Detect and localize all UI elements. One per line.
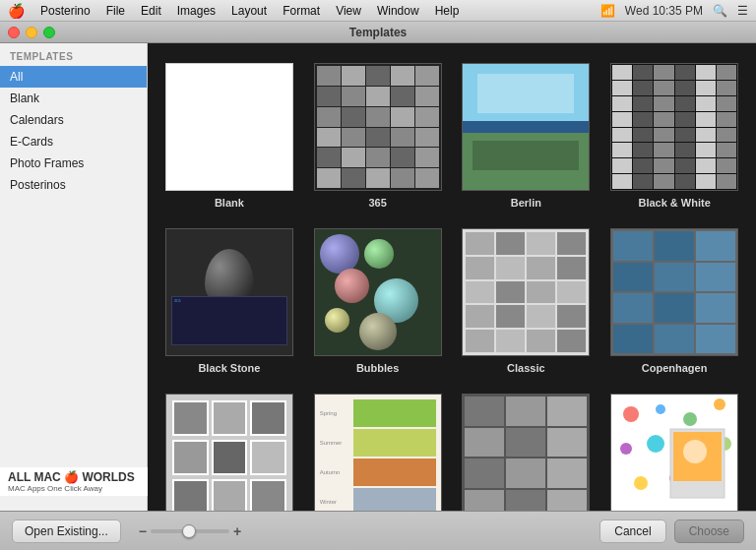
- window-titlebar: Templates: [0, 22, 756, 43]
- menu-format[interactable]: Format: [275, 2, 328, 20]
- sidebar-item-calendars[interactable]: Calendars: [0, 109, 147, 131]
- template-copenhagen[interactable]: Copenhagen: [607, 228, 741, 374]
- template-thumb-365: [314, 63, 442, 191]
- watermark: ALL MAC 🍎 WORLDS MAC Apps One Click Away: [0, 467, 148, 496]
- apple-menu[interactable]: 🍎: [8, 3, 25, 19]
- svg-point-2: [683, 412, 697, 426]
- svg-point-13: [683, 440, 707, 463]
- template-blank[interactable]: Blank: [162, 63, 296, 209]
- template-thumb-blackstone: 2015: [165, 228, 293, 356]
- window-title: Templates: [349, 26, 407, 39]
- svg-point-5: [647, 435, 664, 453]
- menu-edit[interactable]: Edit: [133, 2, 169, 20]
- template-thumb-colorful: [610, 394, 738, 511]
- template-label-bubbles: Bubbles: [356, 362, 399, 374]
- menu-file[interactable]: File: [98, 2, 133, 20]
- sidebar-item-ecards[interactable]: E-Cards: [0, 131, 147, 153]
- template-graycollage[interactable]: [460, 394, 594, 511]
- sidebar-item-blank[interactable]: Blank: [0, 88, 147, 109]
- template-365[interactable]: 365: [311, 63, 445, 209]
- menubar: 🍎 Posterino File Edit Images Layout Form…: [0, 0, 756, 22]
- templates-area[interactable]: Blank 365: [148, 43, 756, 511]
- template-colorful[interactable]: [607, 394, 741, 511]
- template-thumb-blank: [165, 63, 293, 191]
- template-thumb-classic: [462, 228, 590, 356]
- close-button[interactable]: [8, 27, 20, 38]
- template-thumb-graycollage: [462, 394, 590, 511]
- clock: Wed 10:35 PM: [625, 4, 703, 18]
- template-seasons[interactable]: Spring Summer Autumn: [311, 394, 445, 511]
- search-icon[interactable]: 🔍: [713, 4, 727, 18]
- template-thumb-seasons: Spring Summer Autumn: [314, 394, 442, 511]
- cancel-button[interactable]: Cancel: [599, 519, 665, 543]
- menu-images[interactable]: Images: [169, 2, 223, 20]
- svg-point-1: [656, 404, 665, 414]
- svg-point-0: [623, 406, 639, 422]
- sidebar-item-photoframes[interactable]: Photo Frames: [0, 153, 147, 174]
- template-thumb-bw: [610, 63, 738, 191]
- sidebar-item-all[interactable]: All: [0, 66, 147, 88]
- template-classic[interactable]: Classic: [460, 228, 594, 374]
- choose-button[interactable]: Choose: [674, 519, 744, 543]
- menu-posterino[interactable]: Posterino: [32, 2, 98, 20]
- minimize-button[interactable]: [26, 27, 37, 38]
- template-label-365: 365: [368, 197, 386, 209]
- size-slider-area: − +: [139, 523, 241, 539]
- svg-point-3: [714, 398, 725, 410]
- template-thumb-copenhagen: [610, 228, 738, 356]
- template-photoframes[interactable]: Photo Frames: [162, 394, 296, 511]
- sidebar: TEMPLATES All Blank Calendars E-Cards Ph…: [0, 43, 148, 511]
- template-label-bw: Black & White: [638, 197, 710, 209]
- wifi-icon: 📶: [600, 4, 615, 18]
- menu-layout[interactable]: Layout: [223, 2, 275, 20]
- slider-decrease[interactable]: −: [139, 523, 147, 539]
- template-thumb-berlin: [462, 63, 590, 191]
- template-thumb-photoframes: [165, 394, 293, 511]
- size-slider-track: [151, 529, 229, 533]
- slider-increase[interactable]: +: [233, 523, 241, 539]
- template-label-blackstone: Black Stone: [198, 362, 260, 374]
- sidebar-item-posterinos[interactable]: Posterinos: [0, 174, 147, 196]
- list-icon[interactable]: ☰: [737, 4, 748, 18]
- svg-point-4: [620, 443, 632, 455]
- menu-window[interactable]: Window: [369, 2, 427, 20]
- template-blackwhite[interactable]: Black & White: [607, 63, 741, 209]
- template-label-copenhagen: Copenhagen: [642, 362, 708, 374]
- template-bubbles[interactable]: Bubbles: [311, 228, 445, 374]
- templates-grid: Blank 365: [162, 63, 741, 511]
- watermark-title: ALL MAC 🍎 WORLDS: [8, 470, 140, 484]
- sidebar-section-label: TEMPLATES: [0, 43, 147, 66]
- menu-help[interactable]: Help: [427, 2, 468, 20]
- template-blackstone[interactable]: 2015 Black Stone: [162, 228, 296, 374]
- template-berlin[interactable]: Berlin: [460, 63, 594, 209]
- template-label-blank: Blank: [215, 197, 244, 209]
- size-slider-thumb[interactable]: [182, 524, 196, 538]
- watermark-tagline: MAC Apps One Click Away: [8, 484, 140, 493]
- maximize-button[interactable]: [43, 27, 55, 38]
- window-content: TEMPLATES All Blank Calendars E-Cards Ph…: [0, 43, 756, 511]
- template-label-classic: Classic: [507, 362, 545, 374]
- open-existing-button[interactable]: Open Existing...: [12, 519, 121, 543]
- bottom-bar: Open Existing... − + Cancel Choose: [0, 511, 756, 550]
- svg-point-8: [634, 476, 648, 490]
- menu-view[interactable]: View: [328, 2, 369, 20]
- template-label-berlin: Berlin: [511, 197, 541, 209]
- template-thumb-bubbles: [314, 228, 442, 356]
